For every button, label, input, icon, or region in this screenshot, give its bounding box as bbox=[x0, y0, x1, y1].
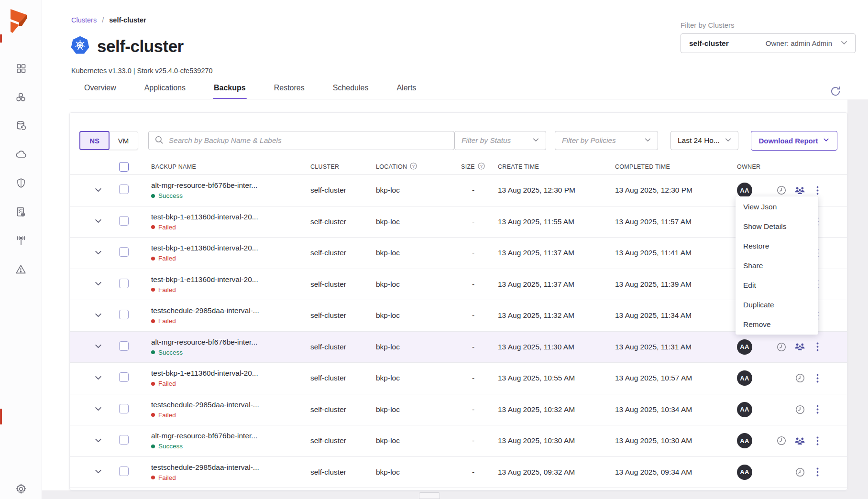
status-dot bbox=[151, 445, 155, 448]
location-cell: bkp-loc bbox=[376, 280, 461, 289]
sidebar-item-backups-icon[interactable] bbox=[15, 119, 27, 132]
status-badge: Success bbox=[151, 443, 310, 450]
owner-avatar: AA bbox=[737, 402, 752, 417]
expand-row-button[interactable] bbox=[93, 216, 103, 227]
owner-avatar: AA bbox=[737, 465, 752, 480]
sidebar-item-activity-icon[interactable] bbox=[15, 234, 27, 247]
completed-time-cell: 13 Aug 2025, 10:30 AM bbox=[615, 436, 737, 445]
table-row[interactable]: test-bkp-1-e11360d-interval-20...Faileds… bbox=[70, 269, 847, 301]
settings-gear-icon[interactable] bbox=[15, 483, 27, 495]
filter-by-policies-select[interactable]: Filter by Policies bbox=[555, 131, 658, 150]
cluster-cell: self-cluster bbox=[310, 405, 376, 414]
tab-backups[interactable]: Backups bbox=[213, 84, 247, 99]
sidebar-item-policies-icon[interactable] bbox=[15, 206, 27, 218]
table-row[interactable]: testschedule-2985daa-interval-...Faileds… bbox=[70, 300, 847, 332]
horizontal-scrollbar-thumb[interactable] bbox=[419, 492, 440, 499]
tab-restores[interactable]: Restores bbox=[273, 84, 306, 99]
row-checkbox[interactable] bbox=[119, 341, 129, 351]
expand-row-button[interactable] bbox=[93, 466, 103, 477]
scroll-gutter bbox=[847, 99, 868, 499]
table-row[interactable]: test-bkp-1-e11360d-interval-20...Faileds… bbox=[70, 363, 847, 394]
menu-item-remove[interactable]: Remove bbox=[736, 315, 818, 334]
row-actions-kebab-button[interactable] bbox=[813, 435, 822, 446]
row-actions-kebab-button[interactable] bbox=[813, 341, 822, 352]
owner-avatar: AA bbox=[737, 370, 752, 386]
expand-row-button[interactable] bbox=[93, 184, 103, 195]
table-row[interactable]: test-bkp-1-e11360d-interval-20...Faileds… bbox=[70, 206, 847, 238]
status-dot bbox=[151, 194, 155, 198]
menu-item-restore[interactable]: Restore bbox=[736, 236, 818, 256]
row-actions-kebab-button[interactable] bbox=[813, 185, 822, 196]
menu-item-duplicate[interactable]: Duplicate bbox=[736, 295, 818, 315]
status-dot bbox=[151, 225, 155, 229]
table-row[interactable]: alt-mgr-resource-bf676be-inter...Success… bbox=[70, 175, 847, 206]
status-dot bbox=[151, 257, 155, 260]
download-report-button[interactable]: Download Report bbox=[751, 131, 837, 151]
status-badge: Failed bbox=[151, 317, 310, 325]
portworx-logo[interactable] bbox=[8, 8, 32, 36]
size-cell: - bbox=[461, 311, 498, 320]
help-icon[interactable]: ? bbox=[478, 163, 485, 171]
row-actions-kebab-button[interactable] bbox=[813, 404, 822, 415]
row-checkbox[interactable] bbox=[119, 404, 129, 413]
cluster-cell: self-cluster bbox=[310, 217, 376, 226]
sidebar-item-dashboard-icon[interactable] bbox=[15, 62, 27, 75]
scope-toggle-ns[interactable]: NS bbox=[79, 131, 110, 150]
expand-row-button[interactable] bbox=[93, 310, 103, 320]
expand-row-button[interactable] bbox=[93, 341, 103, 352]
table-row[interactable]: alt-mgr-resource-bf676be-inter...Success… bbox=[70, 425, 847, 457]
menu-item-edit[interactable]: Edit bbox=[736, 275, 818, 295]
menu-item-show-details[interactable]: Show Details bbox=[736, 217, 818, 236]
row-checkbox[interactable] bbox=[119, 279, 129, 288]
chevron-down-icon bbox=[823, 136, 830, 145]
search-input[interactable] bbox=[168, 136, 448, 145]
help-icon[interactable]: ? bbox=[410, 163, 417, 171]
expand-row-button[interactable] bbox=[93, 247, 103, 258]
location-cell: bkp-loc bbox=[376, 343, 461, 351]
table-row[interactable]: alt-mgr-resource-bf676be-inter...Success… bbox=[70, 332, 847, 363]
sidebar-item-clusters-icon[interactable] bbox=[15, 91, 27, 103]
schedule-clock-icon bbox=[795, 404, 805, 415]
sidebar-item-alerts-icon[interactable] bbox=[15, 263, 27, 275]
table-row[interactable]: testschedule-2985daa-interval-...Faileds… bbox=[70, 394, 847, 426]
row-checkbox[interactable] bbox=[119, 372, 129, 382]
location-cell: bkp-loc bbox=[376, 468, 461, 477]
select-all-checkbox[interactable] bbox=[119, 162, 129, 172]
create-time-cell: 13 Aug 2025, 11:37 AM bbox=[498, 280, 615, 289]
row-checkbox[interactable] bbox=[119, 184, 129, 194]
menu-item-share[interactable]: Share bbox=[736, 256, 818, 275]
row-checkbox[interactable] bbox=[119, 435, 129, 445]
sidebar-item-security-icon[interactable] bbox=[15, 177, 27, 189]
cluster-filter-select[interactable]: self-cluster Owner: admin Admin bbox=[681, 33, 856, 53]
filter-by-status-select[interactable]: Filter by Status bbox=[454, 131, 546, 150]
expand-row-button[interactable] bbox=[93, 279, 103, 289]
table-row[interactable]: testschedule-2985daa-interval-...Faileds… bbox=[70, 457, 847, 488]
row-actions-kebab-button[interactable] bbox=[813, 466, 822, 477]
page-header: Clusters / self-cluster self-cluster Kub… bbox=[42, 0, 868, 99]
row-checkbox[interactable] bbox=[119, 310, 129, 319]
row-actions-kebab-button[interactable] bbox=[813, 373, 822, 384]
menu-item-view-json[interactable]: View Json bbox=[736, 197, 818, 217]
owner-avatar: AA bbox=[737, 183, 752, 198]
expand-row-button[interactable] bbox=[93, 372, 103, 383]
tab-overview[interactable]: Overview bbox=[83, 84, 117, 99]
sidebar-item-cloud-icon[interactable] bbox=[15, 148, 27, 161]
tab-applications[interactable]: Applications bbox=[143, 84, 187, 99]
tab-schedules[interactable]: Schedules bbox=[332, 84, 370, 99]
row-checkbox[interactable] bbox=[119, 216, 129, 226]
row-checkbox[interactable] bbox=[119, 247, 129, 257]
table-row[interactable]: test-bkp-1-e11360d-interval-20...Faileds… bbox=[70, 238, 847, 269]
expand-row-button[interactable] bbox=[93, 404, 103, 414]
scope-toggle-vm[interactable]: VM bbox=[109, 131, 137, 150]
search-icon bbox=[154, 135, 164, 146]
time-range-select[interactable]: Last 24 Ho... bbox=[670, 131, 738, 150]
row-checkbox[interactable] bbox=[119, 466, 129, 476]
kubernetes-icon bbox=[71, 36, 89, 56]
breadcrumb-clusters-link[interactable]: Clusters bbox=[71, 16, 97, 24]
tab-alerts[interactable]: Alerts bbox=[396, 84, 417, 99]
expand-row-button[interactable] bbox=[93, 435, 103, 445]
refresh-icon[interactable] bbox=[829, 85, 842, 98]
backup-name: testschedule-2985daa-interval-... bbox=[151, 306, 310, 315]
backup-name: test-bkp-1-e11360d-interval-20... bbox=[151, 275, 310, 284]
edge-decoration bbox=[0, 34, 2, 43]
